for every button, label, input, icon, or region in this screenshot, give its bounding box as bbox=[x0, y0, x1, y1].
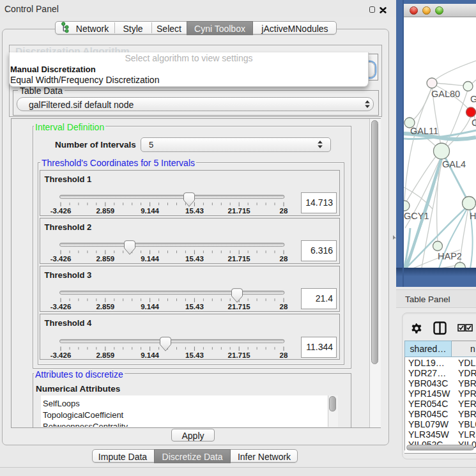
svg-text:GCY1: GCY1 bbox=[404, 211, 429, 221]
svg-text:28: 28 bbox=[280, 303, 288, 311]
svg-text:21.715: 21.715 bbox=[228, 255, 251, 263]
svg-text:15.43: 15.43 bbox=[185, 303, 204, 311]
svg-text:15.43: 15.43 bbox=[185, 255, 204, 263]
svg-text:28: 28 bbox=[280, 255, 288, 263]
svg-text:15.43: 15.43 bbox=[185, 207, 204, 215]
svg-text:15.43: 15.43 bbox=[185, 351, 204, 359]
svg-text:9.144: 9.144 bbox=[141, 351, 159, 359]
svg-text:9.144: 9.144 bbox=[141, 255, 159, 263]
svg-text:-3.426: -3.426 bbox=[50, 351, 72, 359]
svg-text:2.859: 2.859 bbox=[96, 255, 114, 263]
svg-text:2.859: 2.859 bbox=[96, 207, 114, 215]
svg-text:2.859: 2.859 bbox=[96, 351, 114, 359]
svg-text:9.144: 9.144 bbox=[141, 303, 159, 311]
svg-text:HAP2: HAP2 bbox=[438, 251, 462, 261]
svg-text:-3.426: -3.426 bbox=[50, 207, 72, 215]
svg-text:GAL11: GAL11 bbox=[410, 126, 438, 136]
svg-text:H: H bbox=[470, 211, 476, 221]
svg-text:9.144: 9.144 bbox=[141, 207, 159, 215]
svg-text:GAL80: GAL80 bbox=[431, 89, 460, 99]
svg-text:GA: GA bbox=[470, 94, 476, 104]
svg-text:-3.426: -3.426 bbox=[50, 303, 72, 311]
svg-text:-3.426: -3.426 bbox=[50, 255, 72, 263]
svg-text:GAL4: GAL4 bbox=[442, 159, 466, 169]
svg-text:21.715: 21.715 bbox=[228, 303, 251, 311]
svg-text:28: 28 bbox=[280, 207, 288, 215]
svg-text:21.715: 21.715 bbox=[228, 207, 251, 215]
svg-text:C: C bbox=[472, 118, 476, 128]
svg-text:28: 28 bbox=[280, 351, 288, 359]
svg-text:21.715: 21.715 bbox=[228, 351, 251, 359]
svg-text:2.859: 2.859 bbox=[96, 303, 114, 311]
